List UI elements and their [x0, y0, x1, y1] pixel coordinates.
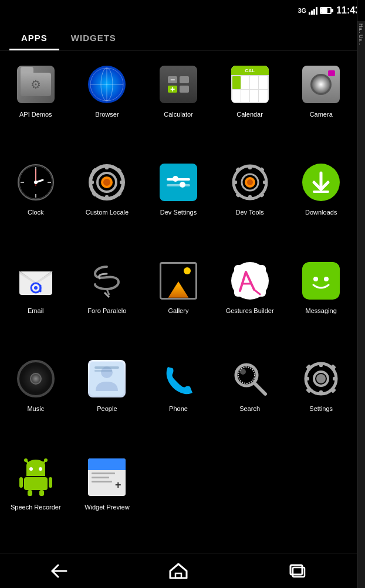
app-item-people[interactable]: People — [72, 351, 143, 448]
back-button[interactable] — [42, 559, 77, 583]
svg-rect-29 — [248, 195, 252, 199]
svg-rect-79 — [19, 477, 23, 488]
app-item-custom-locale[interactable]: Custom Locale — [72, 154, 143, 252]
svg-rect-63 — [319, 390, 323, 395]
calculator-icon: − + — [157, 63, 200, 106]
foro-paralelo-icon — [86, 260, 128, 302]
svg-point-72 — [24, 458, 28, 462]
app-item-email[interactable]: Email — [0, 253, 72, 351]
widget-preview-icon: + — [86, 456, 128, 498]
app-item-search[interactable]: Search — [214, 351, 286, 448]
calendar-icon: CAL — [229, 63, 271, 106]
messaging-icon — [300, 260, 342, 302]
nav-bar — [0, 553, 357, 588]
svg-rect-18 — [89, 181, 94, 184]
svg-rect-17 — [105, 195, 109, 200]
app-item-api-demos[interactable]: ⚙ API Demos — [0, 56, 72, 154]
app-item-gallery[interactable]: Gallery — [143, 253, 214, 351]
gestures-builder-icon — [229, 260, 271, 302]
svg-rect-65 — [333, 377, 337, 380]
signal-bar-3 — [313, 9, 315, 15]
signal-bar-1 — [309, 12, 310, 15]
people-icon — [86, 358, 128, 400]
status-bar-right: 3G 11:43 — [298, 5, 360, 16]
signal-bars — [309, 6, 317, 15]
svg-point-50 — [313, 277, 318, 281]
app-item-dev-settings[interactable]: Dev Settings — [143, 154, 214, 252]
people-label: People — [97, 405, 117, 413]
svg-point-59 — [240, 369, 246, 375]
recent-apps-button[interactable] — [280, 559, 315, 583]
svg-rect-31 — [263, 181, 267, 184]
svg-rect-64 — [305, 377, 309, 380]
svg-point-70 — [316, 374, 326, 383]
messaging-label: Messaging — [306, 307, 337, 315]
signal-bar-2 — [311, 11, 313, 15]
clock-icon — [15, 161, 57, 203]
app-item-gestures-builder[interactable]: Gestures Builder — [214, 253, 286, 351]
app-item-settings[interactable]: Settings — [285, 351, 357, 448]
app-item-messaging[interactable]: Messaging — [285, 253, 357, 351]
app-item-phone[interactable]: Phone — [143, 351, 214, 448]
app-item-foro-paralelo[interactable]: Foro Paralelo — [72, 253, 143, 351]
api-demos-label: API Demos — [19, 110, 52, 118]
calculator-label: Calculator — [164, 110, 193, 118]
home-button[interactable] — [161, 559, 196, 583]
svg-rect-30 — [233, 181, 237, 184]
app-item-widget-preview[interactable]: + Widget Preview — [72, 449, 143, 547]
clock-label: Clock — [28, 208, 44, 216]
app-item-camera[interactable]: Camera — [285, 56, 357, 154]
dev-settings-icon — [157, 161, 200, 203]
battery-indicator — [320, 7, 332, 14]
svg-point-25 — [103, 179, 110, 186]
svg-rect-19 — [120, 181, 124, 184]
speech-recorder-icon — [15, 456, 57, 498]
svg-rect-55 — [94, 370, 112, 372]
network-indicator: 3G — [298, 7, 306, 14]
svg-rect-82 — [39, 490, 44, 496]
downloads-icon — [300, 161, 342, 203]
tab-apps[interactable]: APPS — [9, 26, 59, 50]
app-grid: ⚙ API Demos Browser — [0, 50, 357, 553]
speech-recorder-label: Speech Recorder — [11, 503, 61, 511]
tab-widgets[interactable]: WIDGETS — [59, 26, 128, 50]
search-label: Search — [239, 405, 260, 413]
svg-rect-54 — [94, 366, 119, 369]
email-label: Email — [28, 307, 44, 315]
svg-rect-28 — [248, 165, 252, 169]
status-bar: 3G 11:43 — [0, 0, 365, 21]
app-item-downloads[interactable]: Downloads — [285, 154, 357, 252]
svg-point-74 — [44, 458, 48, 462]
app-item-calendar[interactable]: CAL Calendar — [214, 56, 286, 154]
gallery-icon — [157, 260, 200, 302]
dev-tools-icon — [229, 161, 271, 203]
svg-rect-81 — [28, 490, 32, 496]
browser-icon — [86, 63, 128, 106]
downloads-label: Downloads — [305, 208, 337, 216]
svg-rect-75 — [26, 465, 45, 476]
svg-line-58 — [255, 383, 265, 394]
right-panel-top — [357, 0, 365, 21]
app-item-calculator[interactable]: − + Calculator — [143, 56, 214, 154]
signal-bar-4 — [316, 7, 317, 15]
svg-rect-84 — [175, 573, 181, 578]
svg-point-13 — [34, 181, 38, 184]
app-item-speech-recorder[interactable]: Speech Recorder — [0, 449, 72, 547]
app-item-dev-tools[interactable]: Dev Tools — [214, 154, 286, 252]
app-item-browser[interactable]: Browser — [72, 56, 143, 154]
music-icon — [15, 358, 57, 400]
svg-rect-49 — [305, 265, 337, 294]
main-content: APPS WIDGETS ⚙ API Demos — [0, 21, 357, 588]
custom-locale-label: Custom Locale — [86, 208, 129, 216]
foro-paralelo-label: Foro Paralelo — [87, 307, 126, 315]
calendar-label: Calendar — [236, 110, 263, 118]
gestures-builder-label: Gestures Builder — [226, 307, 274, 315]
app-item-music[interactable]: Music — [0, 351, 72, 448]
app-item-clock[interactable]: Clock — [0, 154, 72, 252]
gallery-label: Gallery — [168, 307, 189, 315]
camera-icon — [300, 63, 342, 106]
right-panel-label: Ha.. Us... — [357, 21, 365, 48]
browser-label: Browser — [95, 110, 119, 118]
right-panel: Ha.. Us... — [357, 0, 365, 588]
svg-rect-16 — [105, 165, 109, 169]
